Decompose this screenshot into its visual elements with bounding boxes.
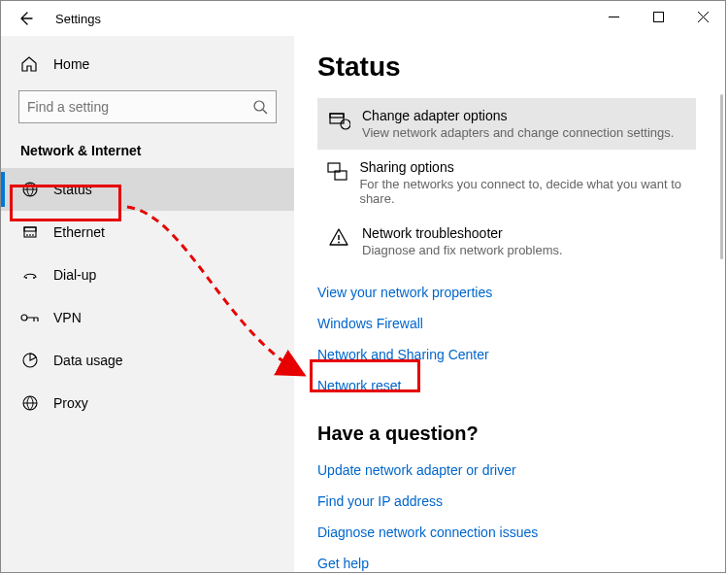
home-nav[interactable]: Home (1, 46, 294, 83)
data-icon (20, 352, 40, 369)
nav-item-data-usage[interactable]: Data usage (1, 339, 294, 382)
close-button[interactable] (680, 1, 725, 32)
option-sharing-options[interactable]: Sharing optionsFor the networks you conn… (317, 150, 696, 216)
sidebar: Home Network & Internet StatusEthernetDi… (1, 36, 294, 572)
search-input[interactable] (27, 99, 253, 115)
svg-rect-0 (653, 12, 663, 21)
search-icon (253, 100, 268, 115)
page-heading: Status (317, 51, 725, 83)
titlebar: Settings (1, 1, 725, 36)
option-change-adapter-options[interactable]: Change adapter optionsView network adapt… (317, 98, 696, 150)
search-box[interactable] (18, 90, 277, 123)
nav-item-label: Dial-up (53, 267, 96, 283)
home-icon (20, 55, 40, 73)
options-list: Change adapter optionsView network adapt… (317, 98, 725, 267)
nav-item-label: VPN (53, 310, 82, 325)
svg-point-5 (25, 277, 27, 279)
nav-item-vpn[interactable]: VPN (1, 296, 294, 339)
nav-item-label: Ethernet (53, 224, 105, 240)
maximize-button[interactable] (636, 1, 680, 32)
link-get-help[interactable]: Get help (317, 548, 369, 572)
close-icon (698, 12, 709, 22)
option-title: Network troubleshooter (362, 225, 563, 241)
maximize-icon (653, 12, 664, 22)
window-body: Home Network & Internet StatusEthernetDi… (1, 36, 725, 572)
option-title: Change adapter options (362, 108, 674, 123)
home-label: Home (53, 56, 89, 72)
nav-item-label: Proxy (53, 395, 88, 411)
minimize-button[interactable] (591, 1, 636, 32)
window-controls (591, 1, 725, 32)
question-heading: Have a question? (317, 423, 725, 445)
vpn-icon (20, 311, 40, 324)
nav-item-label: Data usage (53, 353, 123, 368)
link-find-your-ip-address[interactable]: Find your IP address (317, 486, 443, 517)
nav-item-ethernet[interactable]: Ethernet (1, 211, 294, 254)
adapter-icon (325, 110, 352, 131)
link-windows-firewall[interactable]: Windows Firewall (317, 308, 423, 339)
link-update-network-adapter-or-driver[interactable]: Update network adapter or driver (317, 455, 516, 486)
nav-item-label: Status (53, 182, 92, 197)
svg-point-7 (21, 315, 27, 321)
ethernet-icon (20, 223, 40, 241)
globe-status-icon (20, 181, 40, 198)
main-panel: Status Change adapter optionsView networ… (294, 36, 725, 572)
option-desc: View network adapters and change connect… (362, 125, 674, 140)
nav-item-proxy[interactable]: Proxy (1, 382, 294, 424)
dialup-icon (20, 266, 40, 284)
proxy-icon (20, 394, 40, 412)
nav-item-dial-up[interactable]: Dial-up (1, 254, 294, 296)
option-desc: Diagnose and fix network problems. (362, 243, 563, 257)
svg-point-12 (341, 119, 350, 129)
option-title: Sharing options (359, 159, 686, 175)
window-title: Settings (55, 12, 101, 26)
svg-rect-11 (330, 114, 344, 118)
minimize-icon (609, 12, 619, 22)
svg-point-6 (33, 277, 35, 279)
links-group-b: Update network adapter or driverFind you… (317, 455, 725, 572)
svg-point-1 (254, 101, 264, 111)
scrollbar[interactable] (720, 94, 723, 259)
nav-item-status[interactable]: Status (1, 168, 294, 211)
arrow-left-icon (17, 11, 33, 26)
option-desc: For the networks you connect to, decide … (359, 177, 686, 206)
nav-list: StatusEthernetDial-upVPNData usageProxy (1, 168, 294, 424)
link-diagnose-network-connection-issues[interactable]: Diagnose network connection issues (317, 517, 538, 548)
settings-window: Settings Home (0, 0, 726, 573)
links-group-a: View your network propertiesWindows Fire… (317, 277, 725, 401)
link-view-your-network-properties[interactable]: View your network properties (317, 277, 492, 308)
option-network-troubleshooter[interactable]: Network troubleshooterDiagnose and fix n… (317, 216, 696, 267)
category-title: Network & Internet (1, 137, 294, 168)
warning-icon (325, 227, 352, 247)
link-network-reset[interactable]: Network reset (317, 370, 401, 401)
svg-rect-4 (24, 227, 36, 231)
sharing-icon (325, 161, 349, 183)
link-network-and-sharing-center[interactable]: Network and Sharing Center (317, 339, 489, 370)
back-button[interactable] (11, 4, 40, 33)
svg-point-15 (338, 242, 340, 244)
